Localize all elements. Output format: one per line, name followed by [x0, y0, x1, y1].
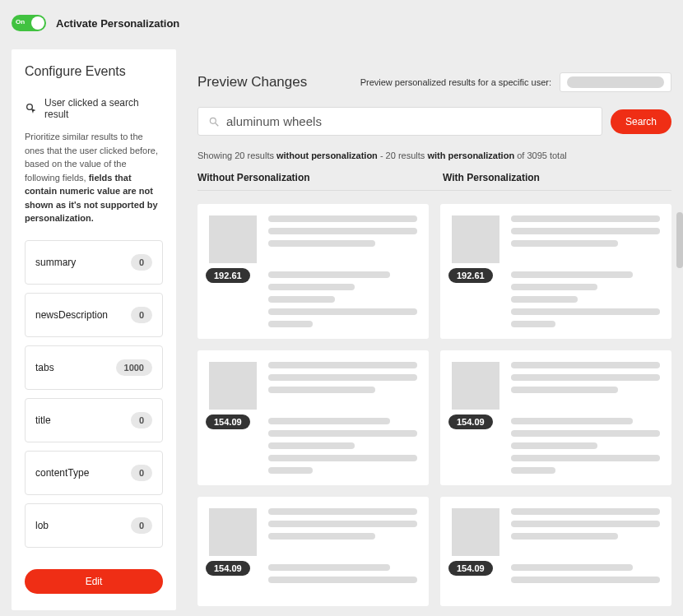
scrollbar-thumb[interactable] — [676, 212, 683, 268]
results-summary: Showing 20 results without personalizati… — [197, 151, 671, 160]
placeholder-lines — [511, 215, 660, 247]
field-card-summary[interactable]: summary0 — [25, 240, 163, 285]
toggle-knob — [31, 16, 44, 30]
score-badge: 192.61 — [448, 268, 493, 283]
placeholder-lines — [268, 362, 417, 393]
col-header-with: With Personalization — [443, 172, 671, 183]
field-name: summary — [35, 257, 76, 268]
score-badge: 154.09 — [448, 415, 493, 429]
field-boost-badge: 0 — [131, 465, 152, 481]
field-name: tabs — [35, 362, 54, 373]
placeholder-lines — [511, 362, 660, 393]
user-prompt-label: Preview personalized results for a speci… — [360, 77, 551, 87]
divider — [197, 190, 671, 191]
svg-line-2 — [216, 123, 219, 126]
placeholder-lines — [268, 215, 417, 247]
field-name: contentType — [35, 467, 89, 479]
edit-button[interactable]: Edit — [25, 569, 163, 594]
result-thumbnail — [452, 508, 499, 556]
placeholder-bar — [567, 76, 664, 88]
result-thumbnail — [452, 215, 499, 263]
score-badge: 192.61 — [206, 268, 250, 283]
search-icon — [208, 116, 220, 127]
field-card-lob[interactable]: lob0 — [25, 503, 163, 548]
event-item-clicked-result[interactable]: User clicked a search result — [25, 97, 163, 120]
field-boost-badge: 0 — [131, 412, 152, 428]
sidebar-title: Configure Events — [25, 64, 163, 79]
cursor-click-icon — [25, 102, 38, 115]
result-card[interactable]: 192.61 — [197, 204, 429, 339]
score-badge: 154.09 — [206, 415, 250, 429]
result-card[interactable]: 154.09 — [197, 350, 429, 485]
result-card[interactable]: 154.09 — [440, 350, 671, 485]
score-badge: 154.09 — [206, 561, 250, 576]
col-header-without: Without Personalization — [197, 172, 426, 183]
toggle-state-label: On — [16, 18, 25, 25]
activate-label: Activate Personalization — [56, 17, 179, 30]
user-select-input[interactable] — [560, 72, 671, 92]
field-card-newsDescription[interactable]: newsDescription0 — [25, 293, 163, 337]
field-card-contentType[interactable]: contentType0 — [25, 451, 163, 495]
preview-title: Preview Changes — [197, 74, 307, 90]
event-label: User clicked a search result — [44, 97, 163, 120]
result-thumbnail — [209, 508, 257, 556]
field-boost-badge: 1000 — [116, 359, 152, 376]
configure-events-panel: Configure Events User clicked a search r… — [12, 49, 176, 610]
placeholder-lines — [511, 508, 660, 540]
activate-toggle[interactable]: On — [12, 15, 46, 31]
search-box[interactable] — [197, 107, 602, 136]
preview-panel: Preview Changes Preview personalized res… — [188, 49, 671, 606]
result-thumbnail — [209, 362, 257, 410]
score-badge: 154.09 — [448, 561, 493, 576]
result-card[interactable]: 192.61 — [440, 204, 671, 339]
field-name: title — [35, 415, 51, 426]
result-thumbnail — [452, 362, 499, 410]
result-thumbnail — [209, 215, 257, 263]
event-description: Prioritize similar results to the ones t… — [25, 130, 163, 225]
placeholder-lines — [268, 508, 417, 540]
search-button[interactable]: Search — [611, 109, 671, 134]
field-boost-badge: 0 — [131, 254, 152, 271]
field-name: newsDescription — [35, 309, 108, 321]
search-input[interactable] — [226, 114, 592, 128]
field-card-title[interactable]: title0 — [25, 398, 163, 442]
svg-point-1 — [210, 118, 216, 123]
result-card[interactable]: 154.09 — [197, 497, 429, 606]
field-boost-badge: 0 — [131, 517, 152, 534]
result-card[interactable]: 154.09 — [440, 497, 671, 606]
field-card-tabs[interactable]: tabs1000 — [25, 345, 163, 390]
field-name: lob — [35, 520, 49, 531]
field-boost-badge: 0 — [131, 307, 152, 323]
